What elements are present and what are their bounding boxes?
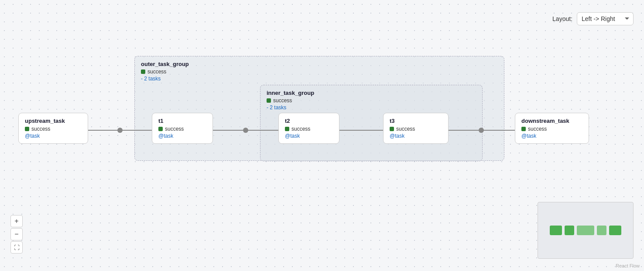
inner-status-dot bbox=[267, 98, 271, 103]
t3-status: success bbox=[390, 126, 442, 132]
outer-group-label: outer_task_group success - 2 tasks bbox=[141, 61, 189, 82]
zoom-out-button[interactable]: − bbox=[10, 228, 23, 240]
t1-type: @task bbox=[158, 133, 206, 139]
t2-type: @task bbox=[285, 133, 333, 139]
conn-dot-3 bbox=[479, 128, 484, 133]
minimap-node-2 bbox=[577, 226, 594, 235]
t3-type: @task bbox=[390, 133, 442, 139]
t2-title: t2 bbox=[285, 118, 333, 124]
t2-status-dot bbox=[285, 127, 289, 131]
layout-label: Layout: bbox=[552, 15, 572, 22]
t1-status: success bbox=[158, 126, 206, 132]
zoom-in-button[interactable]: + bbox=[10, 215, 23, 227]
outer-group-status: success bbox=[141, 69, 189, 75]
inner-group-name: inner_task_group bbox=[267, 90, 314, 96]
downstream-task-type: @task bbox=[521, 133, 582, 139]
upstream-task-type: @task bbox=[25, 133, 82, 139]
outer-tasks-link[interactable]: - 2 tasks bbox=[141, 76, 189, 82]
react-flow-attribution: React Flow bbox=[616, 263, 640, 268]
downstream-task-title: downstream_task bbox=[521, 118, 582, 124]
minimap-node-1 bbox=[565, 226, 574, 235]
upstream-status-dot bbox=[25, 127, 29, 131]
t1-title: t1 bbox=[158, 118, 206, 124]
layout-control: Layout: Left -> Right Top -> Bottom bbox=[552, 12, 634, 25]
inner-tasks-link[interactable]: - 2 tasks bbox=[267, 104, 314, 111]
upstream-task-status: success bbox=[25, 126, 82, 132]
outer-status-dot bbox=[141, 69, 145, 74]
t2-status: success bbox=[285, 126, 333, 132]
minimap-node-4 bbox=[609, 226, 621, 235]
upstream-task-title: upstream_task bbox=[25, 118, 82, 124]
minimap-node-0 bbox=[550, 226, 562, 235]
t3-status-dot bbox=[390, 127, 394, 131]
fit-view-button[interactable]: ⛶ bbox=[10, 241, 23, 254]
downstream-task-status: success bbox=[521, 126, 582, 132]
t2-node[interactable]: t2 success @task bbox=[278, 113, 339, 144]
t1-status-dot bbox=[158, 127, 163, 131]
t3-title: t3 bbox=[390, 118, 442, 124]
inner-group-label: inner_task_group success - 2 tasks bbox=[267, 90, 314, 111]
t3-node[interactable]: t3 success @task bbox=[383, 113, 449, 144]
t1-node[interactable]: t1 success @task bbox=[152, 113, 213, 144]
outer-group-name: outer_task_group bbox=[141, 61, 189, 67]
downstream-status-dot bbox=[521, 127, 526, 131]
minimap-node-3 bbox=[597, 226, 606, 235]
upstream-task-node[interactable]: upstream_task success @task bbox=[18, 113, 88, 144]
conn-dot-2 bbox=[243, 128, 248, 133]
downstream-task-node[interactable]: downstream_task success @task bbox=[515, 113, 589, 144]
inner-group-status: success bbox=[267, 97, 314, 104]
zoom-controls: + − ⛶ bbox=[10, 215, 23, 254]
conn-dot-1 bbox=[117, 128, 123, 133]
minimap bbox=[538, 202, 634, 259]
minimap-inner bbox=[550, 226, 621, 235]
layout-select[interactable]: Left -> Right Top -> Bottom bbox=[577, 12, 634, 25]
